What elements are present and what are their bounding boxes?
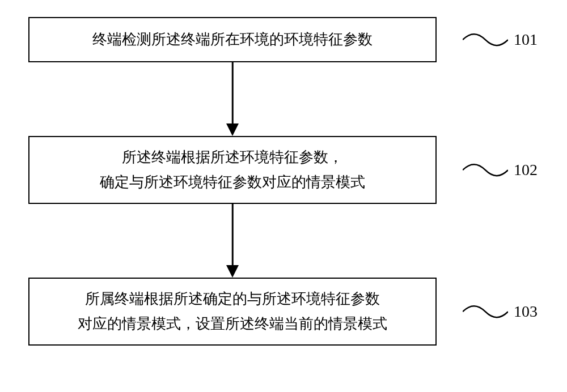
step-2-line-2: 确定与所述环境特征参数对应的情景模式: [100, 170, 365, 195]
step-label-2: 102: [514, 156, 538, 184]
flowchart-step-1: 终端检测所述终端所在环境的环境特征参数 101: [28, 17, 437, 62]
step-3-line-1: 所属终端根据所述确定的与所述环境特征参数: [78, 287, 387, 312]
connector-2: 102: [463, 156, 538, 184]
step-label-1: 101: [514, 26, 538, 53]
arrow-line-icon: [232, 204, 234, 266]
arrow-line-icon: [232, 62, 234, 125]
step-text: 终端检测所述终端所在环境的环境特征参数: [92, 27, 373, 52]
arrow-head-icon: [226, 265, 239, 278]
arrow-2-to-3: [28, 204, 437, 278]
step-2-line-1: 所述终端根据所述环境特征参数，: [100, 145, 365, 170]
flowchart-step-2: 所述终端根据所述环境特征参数， 确定与所述环境特征参数对应的情景模式 102: [28, 136, 437, 204]
flowchart-step-3: 所属终端根据所述确定的与所述环境特征参数 对应的情景模式，设置所述终端当前的情景…: [28, 278, 437, 346]
step-text: 所属终端根据所述确定的与所述环境特征参数 对应的情景模式，设置所述终端当前的情景…: [78, 287, 387, 336]
wave-connector-icon: [463, 299, 508, 324]
step-1-line-1: 终端检测所述终端所在环境的环境特征参数: [92, 27, 373, 52]
step-3-line-2: 对应的情景模式，设置所述终端当前的情景模式: [78, 312, 387, 336]
connector-1: 101: [463, 26, 538, 53]
wave-connector-icon: [463, 27, 508, 52]
wave-connector-icon: [463, 157, 508, 182]
connector-3: 103: [463, 298, 538, 325]
arrow-head-icon: [226, 123, 239, 136]
step-text: 所述终端根据所述环境特征参数， 确定与所述环境特征参数对应的情景模式: [100, 145, 365, 195]
arrow-1-to-2: [28, 62, 437, 136]
step-label-3: 103: [514, 298, 538, 325]
flowchart-container: 终端检测所述终端所在环境的环境特征参数 101 所述终端根据所述环境特征参数， …: [28, 17, 539, 346]
